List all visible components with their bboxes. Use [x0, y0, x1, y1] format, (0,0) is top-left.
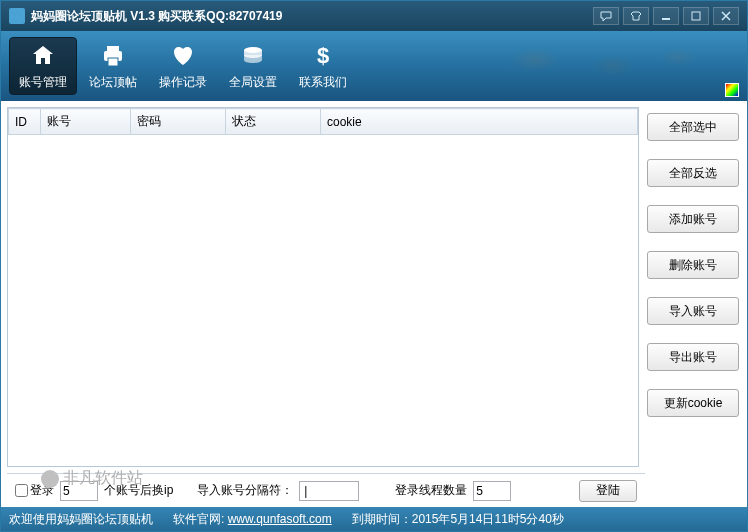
login-checkbox-wrap[interactable]: 登录	[15, 482, 54, 499]
svg-text:$: $	[317, 43, 329, 68]
col-status[interactable]: 状态	[226, 109, 321, 135]
bottom-toolbar: 登录 个账号后换ip 导入账号分隔符： 登录线程数量 登陆	[7, 473, 645, 507]
close-button[interactable]	[713, 7, 739, 25]
status-bar: 欢迎使用妈妈圈论坛顶贴机 软件官网: www.qunfasoft.com 到期时…	[1, 507, 747, 531]
status-site: 软件官网: www.qunfasoft.com	[173, 511, 332, 528]
tab-account-manage[interactable]: 账号管理	[9, 37, 77, 95]
import-sep-input[interactable]	[299, 481, 359, 501]
main-content: ID 账号 密码 状态 cookie 全部选中 全部反选 添加账号 删除账号 导…	[1, 101, 747, 473]
tab-label: 论坛顶帖	[89, 74, 137, 91]
login-check-label: 登录	[30, 482, 54, 499]
ip-suffix-text: 个账号后换ip	[104, 482, 173, 499]
export-account-button[interactable]: 导出账号	[647, 343, 739, 371]
status-welcome: 欢迎使用妈妈圈论坛顶贴机	[9, 511, 153, 528]
tab-contact-us[interactable]: $ 联系我们	[289, 37, 357, 95]
login-checkbox[interactable]	[15, 484, 28, 497]
heart-icon	[169, 42, 197, 70]
login-button[interactable]: 登陆	[579, 480, 637, 502]
col-account[interactable]: 账号	[41, 109, 131, 135]
update-cookie-button[interactable]: 更新cookie	[647, 389, 739, 417]
thread-count-label: 登录线程数量	[395, 482, 467, 499]
account-table: ID 账号 密码 状态 cookie	[8, 108, 638, 135]
side-button-pane: 全部选中 全部反选 添加账号 删除账号 导入账号 导出账号 更新cookie	[645, 107, 741, 467]
stack-icon	[239, 42, 267, 70]
window-title: 妈妈圈论坛顶贴机 V1.3 购买联系QQ:82707419	[31, 8, 593, 25]
select-all-button[interactable]: 全部选中	[647, 113, 739, 141]
site-link[interactable]: www.qunfasoft.com	[228, 512, 332, 526]
system-buttons	[593, 7, 739, 25]
status-expire: 到期时间：2015年5月14日11时5分40秒	[352, 511, 564, 528]
import-sep-label: 导入账号分隔符：	[197, 482, 293, 499]
app-icon	[9, 8, 25, 24]
tab-global-settings[interactable]: 全局设置	[219, 37, 287, 95]
import-account-button[interactable]: 导入账号	[647, 297, 739, 325]
table-pane: ID 账号 密码 状态 cookie	[7, 107, 639, 467]
feedback-button[interactable]	[593, 7, 619, 25]
app-window: 妈妈圈论坛顶贴机 V1.3 购买联系QQ:82707419 账号管理 论坛顶帖 …	[0, 0, 748, 532]
titlebar: 妈妈圈论坛顶贴机 V1.3 购买联系QQ:82707419	[1, 1, 747, 31]
svg-rect-4	[108, 58, 118, 66]
minimize-button[interactable]	[653, 7, 679, 25]
tab-label: 账号管理	[19, 74, 67, 91]
tab-forum-bump[interactable]: 论坛顶帖	[79, 37, 147, 95]
home-icon	[29, 42, 57, 70]
thread-count-input[interactable]	[473, 481, 511, 501]
tab-operation-log[interactable]: 操作记录	[149, 37, 217, 95]
col-password[interactable]: 密码	[131, 109, 226, 135]
tab-label: 联系我们	[299, 74, 347, 91]
svg-rect-1	[692, 12, 700, 20]
tab-label: 操作记录	[159, 74, 207, 91]
account-table-wrap[interactable]: ID 账号 密码 状态 cookie	[8, 108, 638, 466]
maximize-button[interactable]	[683, 7, 709, 25]
skin-button[interactable]	[623, 7, 649, 25]
tab-label: 全局设置	[229, 74, 277, 91]
col-cookie[interactable]: cookie	[321, 109, 638, 135]
printer-icon	[99, 42, 127, 70]
invert-select-button[interactable]: 全部反选	[647, 159, 739, 187]
svg-rect-2	[107, 46, 119, 51]
add-account-button[interactable]: 添加账号	[647, 205, 739, 233]
login-count-input[interactable]	[60, 481, 98, 501]
dollar-icon: $	[309, 42, 337, 70]
color-picker-button[interactable]	[725, 83, 739, 97]
main-toolbar: 账号管理 论坛顶帖 操作记录 全局设置 $ 联系我们	[1, 31, 747, 101]
delete-account-button[interactable]: 删除账号	[647, 251, 739, 279]
col-id[interactable]: ID	[9, 109, 41, 135]
